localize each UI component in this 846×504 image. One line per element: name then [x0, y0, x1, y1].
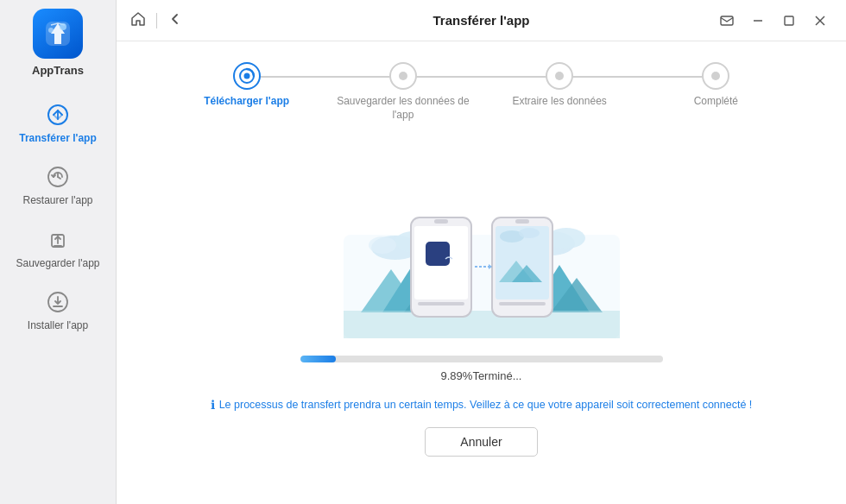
nav-divider: [156, 13, 157, 28]
svg-rect-41: [418, 302, 464, 306]
progress-text: 9.89%Terminé...: [300, 369, 663, 382]
step-3: Extraire les données: [482, 62, 638, 109]
cancel-button[interactable]: Annuler: [425, 427, 537, 457]
step-1-circle: [233, 62, 261, 90]
install-icon: [44, 288, 72, 316]
window-title: Transférer l'app: [433, 13, 530, 28]
info-icon: ℹ: [211, 398, 215, 412]
back-icon[interactable]: [167, 11, 183, 30]
svg-point-23: [369, 236, 396, 254]
svg-point-48: [519, 228, 540, 238]
window-controls: [715, 9, 832, 33]
sidebar-item-backup-label: Sauvegarder l'app: [16, 257, 99, 269]
step-4-label: Complété: [694, 95, 738, 109]
step-2: Sauvegarder les données de l'app: [325, 62, 481, 122]
sidebar-item-transfer-label: Transférer l'app: [19, 132, 97, 144]
sidebar-item-install[interactable]: Installer l'app: [0, 280, 116, 340]
sidebar-item-backup[interactable]: Sauvegarder l'app: [0, 217, 116, 278]
step-4-circle: [702, 62, 729, 90]
sidebar-item-restore-label: Restaurer l'app: [23, 194, 93, 206]
app-name: AppTrans: [32, 64, 84, 77]
step-3-label: Extraire les données: [512, 95, 606, 109]
steps: Télécharger l'app Sauvegarder les donnée…: [117, 41, 846, 135]
email-button[interactable]: [715, 9, 739, 33]
svg-line-7: [58, 177, 60, 179]
svg-rect-50: [515, 219, 529, 224]
progress-bar-background: [300, 356, 663, 362]
svg-rect-37: [344, 311, 620, 338]
step-1-label: Télécharger l'app: [204, 95, 289, 109]
svg-rect-49: [499, 302, 546, 306]
transfer-illustration: [344, 166, 620, 338]
svg-rect-13: [721, 16, 733, 25]
svg-point-2: [48, 28, 54, 33]
content-area: 9.89%Terminé... ℹ Le processus de transf…: [117, 135, 846, 504]
info-text-content: Le processus de transfert prendra un cer…: [219, 399, 753, 411]
step-1: Télécharger l'app: [168, 62, 325, 109]
sidebar-item-transfer[interactable]: Transférer l'app: [0, 92, 116, 153]
app-logo: AppTrans: [32, 9, 84, 77]
sidebar-item-install-label: Installer l'app: [28, 319, 88, 331]
svg-rect-42: [434, 219, 448, 224]
svg-rect-15: [785, 16, 793, 25]
main-panel: Transférer l'app: [117, 0, 846, 504]
close-button[interactable]: [808, 9, 832, 33]
restore-button[interactable]: [777, 9, 801, 33]
home-icon[interactable]: [130, 11, 146, 30]
svg-point-1: [60, 23, 66, 30]
nav-controls: [130, 11, 183, 30]
app-icon: [33, 9, 83, 59]
minimize-button[interactable]: [746, 9, 770, 33]
step-4: Complété: [638, 62, 794, 109]
step-2-label: Sauvegarder les données de l'app: [325, 95, 481, 122]
info-message: ℹ Le processus de transfert prendra un c…: [211, 398, 753, 412]
svg-rect-40: [426, 242, 450, 266]
progress-bar-fill: [300, 356, 337, 362]
backup-icon: [44, 226, 72, 254]
restore-icon: [44, 163, 72, 191]
step-3-circle: [546, 62, 573, 90]
sidebar-item-restore[interactable]: Restaurer l'app: [0, 154, 116, 215]
sidebar: AppTrans Transférer l'app Restaurer l'ap…: [0, 0, 117, 504]
titlebar: Transférer l'app: [117, 0, 846, 41]
transfer-icon: [44, 101, 72, 129]
step-2-circle: [389, 62, 417, 90]
svg-point-19: [243, 73, 249, 79]
progress-container: 9.89%Terminé...: [300, 356, 663, 382]
